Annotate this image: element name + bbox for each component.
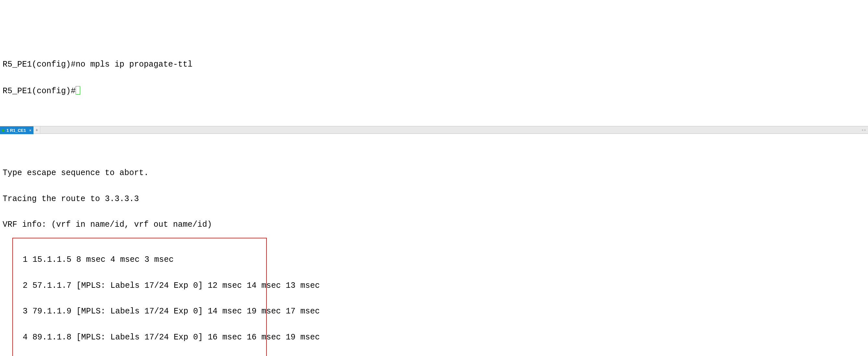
highlight-box-1: 1 15.1.1.5 8 msec 4 msec 3 msec 2 57.1.1… <box>12 238 267 356</box>
nav-right-icon[interactable]: ▸ <box>864 128 866 132</box>
term-line: Type escape sequence to abort. <box>3 169 865 178</box>
cursor-icon <box>75 86 80 94</box>
traceroute-hop: 3 79.1.1.9 [MPLS: Labels 17/24 Exp 0] 14… <box>13 307 266 316</box>
close-icon[interactable]: × <box>29 129 31 132</box>
cli-line: R5_PE1(config)# <box>0 86 868 96</box>
term-line: Tracing the route to 3.3.3.3 <box>3 195 865 204</box>
cli-command: no mpls ip propagate-ttl <box>75 60 192 69</box>
tab-nav: ◂ ▸ <box>860 126 868 134</box>
status-dot-icon <box>2 129 4 132</box>
cli-prompt: R5_PE1(config)# <box>3 86 75 96</box>
cli-prompt: R5_PE1(config)# <box>3 60 75 69</box>
tab-r1-ce1[interactable]: 1 R1_CE1 × <box>0 126 33 134</box>
traceroute-hop: 1 15.1.1.5 8 msec 4 msec 3 msec <box>13 256 266 264</box>
traceroute-hop: 2 57.1.1.7 [MPLS: Labels 17/24 Exp 0] 12… <box>13 281 266 290</box>
tabbar-spacer <box>40 126 860 134</box>
bottom-terminal-pane[interactable]: Type escape sequence to abort. Tracing t… <box>0 151 868 356</box>
top-terminal-pane[interactable]: R5_PE1(config)#no mpls ip propagate-ttl … <box>0 43 868 105</box>
cli-line: R5_PE1(config)#no mpls ip propagate-ttl <box>0 60 868 69</box>
add-tab-button[interactable]: + <box>33 126 40 134</box>
tab-bar: 1 R1_CE1 × + ◂ ▸ <box>0 126 868 134</box>
tab-label: 1 R1_CE1 <box>6 128 26 133</box>
nav-left-icon[interactable]: ◂ <box>862 128 863 132</box>
traceroute-hop: 4 89.1.1.8 [MPLS: Labels 17/24 Exp 0] 16… <box>13 333 266 342</box>
term-line: VRF info: (vrf in name/id, vrf out name/… <box>3 220 865 229</box>
